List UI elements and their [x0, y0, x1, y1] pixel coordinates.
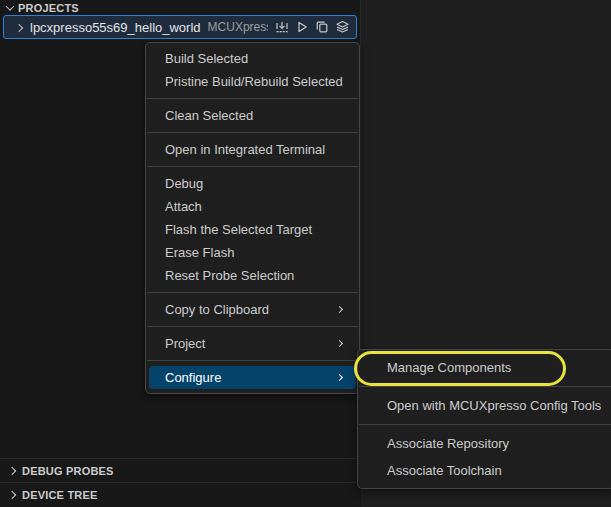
menu-item-open-mcuxpresso-config-tools[interactable]: Open with MCUXpresso Config Tools — [361, 392, 611, 419]
menu-item-associate-repository[interactable]: Associate Repository — [361, 430, 611, 457]
project-description: MCUXpress... — [208, 20, 268, 34]
chevron-right-icon — [8, 491, 16, 499]
projects-section-label: PROJECTS — [18, 2, 79, 14]
menu-item-label: Associate Repository — [387, 431, 601, 457]
device-tree-section-header[interactable]: DEVICE TREE — [0, 482, 361, 507]
debug-probes-label: DEBUG PROBES — [22, 465, 114, 477]
menu-item-build-selected[interactable]: Build Selected — [149, 47, 356, 70]
menu-item-label: Configure — [165, 367, 337, 389]
menu-item-reset-probe-selection[interactable]: Reset Probe Selection — [149, 264, 356, 287]
projects-section-header[interactable]: PROJECTS — [0, 0, 360, 15]
chevron-down-icon — [6, 2, 14, 10]
debug-play-icon[interactable] — [295, 20, 309, 34]
menu-item-open-integrated-terminal[interactable]: Open in Integrated Terminal — [149, 138, 356, 161]
menu-separator — [147, 132, 358, 133]
menu-separator — [147, 326, 358, 327]
menu-item-label: Copy to Clipboard — [165, 299, 337, 321]
menu-item-attach[interactable]: Attach — [149, 195, 356, 218]
menu-item-label: Open in Integrated Terminal — [165, 139, 346, 161]
project-context-menu: Build Selected Pristine Build/Rebuild Se… — [145, 42, 360, 394]
menu-item-debug[interactable]: Debug — [149, 172, 356, 195]
configure-submenu: Manage Components Open with MCUXpresso C… — [357, 349, 611, 489]
menu-item-label: Manage Components — [387, 355, 601, 381]
menu-item-project[interactable]: Project — [149, 332, 356, 355]
submenu-arrow-icon — [336, 374, 343, 381]
menu-item-label: Reset Probe Selection — [165, 265, 346, 287]
project-name: lpcxpresso55s69_hello_world — [30, 20, 201, 35]
menu-item-label: Associate Toolchain — [387, 458, 601, 484]
menu-item-associate-toolchain[interactable]: Associate Toolchain — [361, 457, 611, 484]
chevron-right-icon — [15, 24, 23, 32]
menu-separator — [147, 292, 358, 293]
layers-icon[interactable] — [335, 20, 350, 34]
menu-separator — [147, 360, 358, 361]
submenu-arrow-icon — [336, 306, 343, 313]
copy-icon[interactable] — [315, 20, 329, 34]
menu-item-copy-to-clipboard[interactable]: Copy to Clipboard — [149, 298, 356, 321]
menu-item-label: Build Selected — [165, 48, 346, 70]
menu-item-configure[interactable]: Configure — [149, 366, 356, 389]
menu-item-label: Flash the Selected Target — [165, 219, 346, 241]
install-build-icon[interactable] — [275, 20, 289, 34]
menu-item-pristine-build[interactable]: Pristine Build/Rebuild Selected — [149, 70, 356, 93]
menu-item-label: Clean Selected — [165, 105, 346, 127]
device-tree-label: DEVICE TREE — [22, 489, 98, 501]
menu-item-clean-selected[interactable]: Clean Selected — [149, 104, 356, 127]
project-inline-actions — [275, 20, 350, 34]
menu-item-flash-selected-target[interactable]: Flash the Selected Target — [149, 218, 356, 241]
debug-probes-section-header[interactable]: DEBUG PROBES — [0, 458, 361, 482]
menu-item-label: Pristine Build/Rebuild Selected — [165, 71, 346, 93]
menu-item-label: Project — [165, 333, 337, 355]
menu-item-erase-flash[interactable]: Erase Flash — [149, 241, 356, 264]
menu-item-label: Erase Flash — [165, 242, 346, 264]
menu-item-label: Attach — [165, 196, 346, 218]
menu-separator — [147, 166, 358, 167]
menu-separator — [359, 386, 611, 387]
project-tree-item[interactable]: lpcxpresso55s69_hello_world MCUXpress... — [3, 15, 357, 39]
menu-item-label: Open with MCUXpresso Config Tools — [387, 393, 601, 419]
menu-separator — [147, 98, 358, 99]
menu-separator — [359, 424, 611, 425]
submenu-arrow-icon — [336, 340, 343, 347]
menu-item-manage-components[interactable]: Manage Components — [361, 354, 611, 381]
chevron-right-icon — [8, 466, 16, 474]
menu-item-label: Debug — [165, 173, 346, 195]
